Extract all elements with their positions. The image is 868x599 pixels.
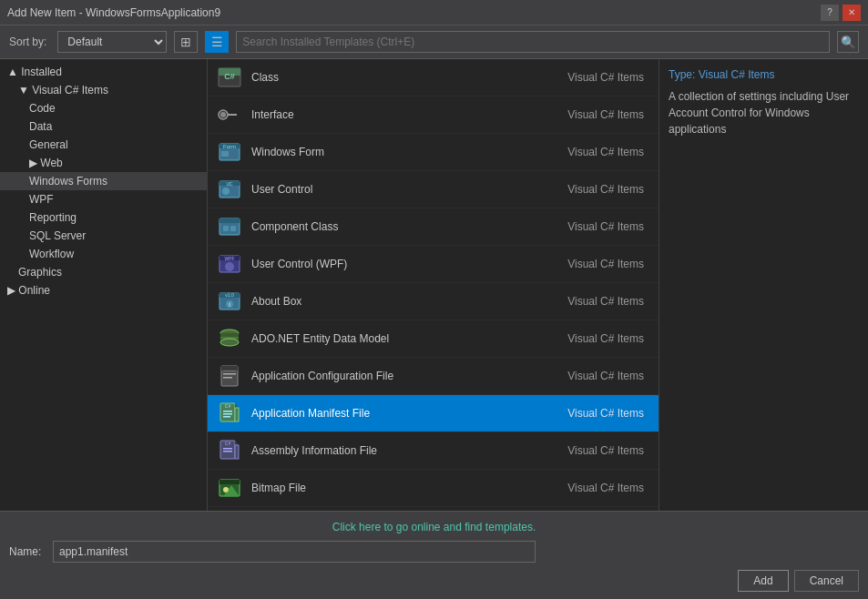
reporting-label: Reporting — [29, 211, 77, 224]
wpf-label: WPF — [29, 193, 54, 206]
web-label: ▶ Web — [29, 157, 63, 169]
content-area: C# Class Visual C# Items — [208, 59, 659, 511]
detail-type: Type: Visual C# Items — [669, 68, 859, 81]
view-grid-button[interactable]: ⊞ — [174, 31, 198, 53]
detail-description: A collection of settings including User … — [669, 88, 859, 137]
sidebar-item-installed[interactable]: ▲ Installed — [0, 63, 207, 81]
online-link[interactable]: Click here to go online and find templat… — [332, 521, 536, 533]
svg-text:C#: C# — [224, 72, 235, 81]
list-item[interactable]: UC User Control Visual C# Items — [208, 171, 659, 208]
user-control-icon: UC — [215, 175, 244, 204]
sidebar-item-wpf[interactable]: WPF — [0, 190, 207, 208]
detail-type-value: Visual C# Items — [699, 68, 775, 81]
svg-text:UC: UC — [226, 181, 233, 187]
list-item[interactable]: WPF User Control (WPF) Visual C# Items — [208, 246, 659, 283]
bottom-bar: Click here to go online and find templat… — [0, 511, 868, 599]
item-name-ado-net: ADO.NET Entity Data Model — [251, 332, 560, 345]
button-row: Add Cancel — [9, 566, 859, 594]
svg-point-20 — [225, 262, 234, 271]
sidebar-item-visual-csharp[interactable]: ▼ Visual C# Items — [0, 81, 207, 99]
svg-rect-35 — [221, 366, 238, 371]
sidebar-item-sql-server[interactable]: SQL Server — [0, 227, 207, 245]
svg-text:C#: C# — [225, 403, 231, 409]
item-category-windows-form: Visual C# Items — [567, 146, 644, 158]
online-label: ▶ Online — [7, 284, 50, 297]
assembly-info-icon: C# — [215, 436, 244, 465]
list-item[interactable]: ADO.NET Entity Data Model Visual C# Item… — [208, 320, 659, 358]
window-controls: ? ✕ — [821, 5, 861, 21]
name-label: Name: — [9, 545, 46, 558]
dialog-title: Add New Item - WindowsFormsApplication9 — [7, 6, 220, 19]
close-button[interactable]: ✕ — [842, 5, 861, 21]
title-bar: Add New Item - WindowsFormsApplication9 … — [0, 0, 868, 25]
component-class-icon — [215, 212, 244, 241]
graphics-label: Graphics — [18, 266, 62, 279]
item-name-app-manifest: Application Manifest File — [251, 407, 560, 420]
about-box-icon: v1.0 i — [215, 287, 244, 316]
general-label: General — [29, 138, 68, 151]
svg-rect-48 — [223, 451, 232, 452]
list-item[interactable]: v1.0 i About Box Visual C# Items — [208, 283, 659, 320]
svg-text:Form: Form — [223, 144, 236, 149]
sidebar-item-web[interactable]: ▶ Web — [0, 154, 207, 172]
svg-text:v1.0: v1.0 — [225, 292, 234, 298]
svg-rect-16 — [223, 226, 229, 231]
help-button[interactable]: ? — [821, 5, 839, 21]
list-item[interactable]: Application Configuration File Visual C#… — [208, 358, 659, 395]
svg-rect-33 — [223, 373, 236, 375]
sidebar-item-online[interactable]: ▶ Online — [0, 281, 207, 300]
svg-rect-47 — [223, 448, 232, 450]
windows-form-icon: Form — [215, 137, 244, 167]
link-row: Click here to go online and find templat… — [9, 517, 859, 537]
item-category-app-config: Visual C# Items — [567, 370, 644, 382]
sidebar-item-general[interactable]: General — [0, 136, 207, 154]
sidebar-item-workflow[interactable]: Workflow — [0, 245, 207, 263]
sidebar-item-reporting[interactable]: Reporting — [0, 208, 207, 227]
item-category-interface: Visual C# Items — [567, 108, 644, 121]
workflow-label: Workflow — [29, 248, 74, 260]
item-category-user-control: Visual C# Items — [567, 183, 644, 196]
list-item[interactable]: C# Assembly Information File Visual C# I… — [208, 432, 659, 470]
sidebar-item-graphics[interactable]: Graphics — [0, 263, 207, 281]
cancel-button[interactable]: Cancel — [794, 570, 859, 592]
name-row: Name: — [9, 537, 859, 566]
item-name-user-control: User Control — [251, 183, 560, 196]
add-button[interactable]: Add — [738, 570, 788, 592]
item-category-app-manifest: Visual C# Items — [567, 407, 644, 420]
svg-marker-44 — [235, 441, 239, 445]
sidebar-item-code[interactable]: Code — [0, 99, 207, 117]
name-input[interactable] — [53, 541, 536, 563]
item-category-component-class: Visual C# Items — [567, 220, 644, 233]
visual-csharp-label: ▼ Visual C# Items — [18, 84, 108, 96]
sidebar-item-data[interactable]: Data — [0, 117, 207, 136]
svg-rect-15 — [220, 218, 240, 223]
list-item[interactable]: Component Class Visual C# Items — [208, 208, 659, 246]
sidebar-item-windows-forms[interactable]: Windows Forms — [0, 172, 207, 190]
item-category-ado-net: Visual C# Items — [567, 332, 644, 345]
item-name-assembly-info: Assembly Information File — [251, 444, 560, 457]
item-category-bitmap: Visual C# Items — [567, 482, 644, 494]
svg-rect-8 — [221, 151, 229, 157]
svg-text:C#: C# — [225, 441, 231, 446]
svg-point-12 — [222, 188, 230, 195]
svg-rect-17 — [230, 226, 236, 231]
toolbar: Sort by: Default ⊞ ☰ 🔍 — [0, 25, 868, 59]
interface-icon — [215, 100, 244, 129]
item-name-interface: Interface — [251, 108, 560, 121]
list-item[interactable]: Bitmap File Visual C# Items — [208, 470, 659, 507]
svg-point-29 — [220, 339, 239, 346]
list-item[interactable]: Form Windows Form Visual C# Items — [208, 134, 659, 171]
view-list-button[interactable]: ☰ — [205, 31, 229, 53]
main-area: ▲ Installed ▼ Visual C# Items Code Data … — [0, 59, 868, 511]
list-item[interactable]: C# Class Visual C# Items — [208, 59, 659, 96]
sort-dropdown[interactable]: Default — [57, 31, 167, 53]
class-icon: C# — [215, 63, 244, 92]
list-item-selected[interactable]: C# Application Manifest File Visual C# I… — [208, 395, 659, 432]
svg-text:WPF: WPF — [224, 256, 234, 261]
search-icon-button[interactable]: 🔍 — [837, 31, 859, 53]
sort-label: Sort by: — [9, 36, 46, 48]
list-item[interactable]: Interface Visual C# Items — [208, 96, 659, 134]
svg-marker-37 — [235, 403, 239, 408]
sidebar: ▲ Installed ▼ Visual C# Items Code Data … — [0, 59, 208, 511]
search-input[interactable] — [236, 31, 830, 53]
